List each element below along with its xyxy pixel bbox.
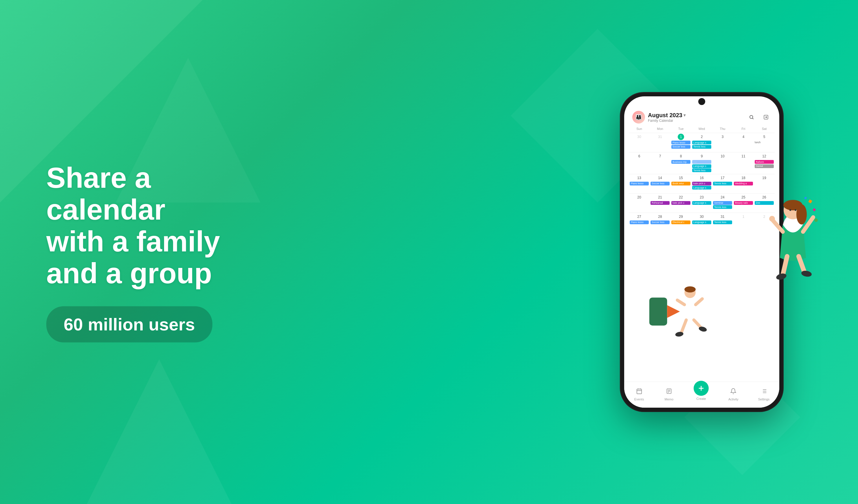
cal-day[interactable]: 30 bbox=[629, 133, 650, 151]
svg-point-34 bbox=[814, 218, 818, 222]
nav-item-events[interactable]: Events bbox=[634, 386, 645, 401]
character-runner bbox=[647, 277, 711, 341]
avatar: 👨‍👩‍👧 bbox=[632, 111, 645, 124]
cal-day[interactable]: 29 Electrical c bbox=[670, 213, 691, 231]
svg-point-0 bbox=[750, 115, 753, 119]
calendar-week-5: 27 Piano lesso 28 Soccer less 29 Electri… bbox=[629, 213, 775, 231]
day-header-sun: Sun bbox=[629, 126, 650, 132]
settings-icon bbox=[759, 386, 769, 396]
day-headers: Sun Mon Tue Wed Thu Fri Sat bbox=[629, 126, 775, 132]
cal-day[interactable]: 21 Rehearsal bbox=[650, 193, 670, 212]
day-header-wed: Wed bbox=[691, 126, 712, 132]
cal-day[interactable]: 1 Piano lesso Soccer less bbox=[670, 133, 691, 151]
share-icon[interactable] bbox=[761, 112, 771, 123]
phone-screen: 👨‍👩‍👧 August 2023 Family Calendar bbox=[624, 96, 779, 408]
nav-label-activity: Activity bbox=[728, 397, 738, 401]
cal-day[interactable]: 31 Tennis less bbox=[712, 213, 733, 231]
cal-day[interactable]: 12 Reform Dental bbox=[754, 152, 775, 173]
cal-day[interactable]: 4 bbox=[733, 133, 754, 151]
day-header-tue: Tue bbox=[670, 126, 691, 132]
header-title-group: August 2023 Family Calendar bbox=[648, 112, 685, 123]
cal-day[interactable]: 2 Language s Tennis less bbox=[691, 133, 712, 151]
users-count: 60 million users bbox=[64, 315, 195, 334]
nav-label-settings: Settings bbox=[758, 397, 770, 401]
nav-label-memo: Memo bbox=[665, 397, 674, 401]
cal-day[interactable]: 11 bbox=[733, 152, 754, 173]
svg-rect-36 bbox=[649, 297, 667, 325]
nav-item-activity[interactable]: Activity bbox=[728, 386, 738, 401]
svg-marker-37 bbox=[667, 305, 680, 318]
svg-point-23 bbox=[790, 209, 791, 211]
bottom-nav: Events Memo Create bbox=[624, 381, 779, 408]
cal-day[interactable]: 5 lunch bbox=[754, 133, 775, 151]
day-header-thu: Thu bbox=[712, 126, 733, 132]
cal-day[interactable]: 1 bbox=[733, 213, 754, 231]
day-header-mon: Mon bbox=[650, 126, 670, 132]
left-content: Share a calendar with a family and a gro… bbox=[46, 162, 249, 343]
month-title[interactable]: August 2023 bbox=[648, 112, 685, 119]
cal-day[interactable]: 27 Piano lesso bbox=[629, 213, 650, 231]
cal-day[interactable]: 3 bbox=[712, 133, 733, 151]
calendar-grid: Sun Mon Tue Wed Thu Fri Sat 30 31 bbox=[624, 126, 779, 231]
cal-day[interactable]: 25 Beauty salo bbox=[733, 193, 754, 212]
cal-day[interactable]: 16 kate pick u Language s bbox=[691, 174, 712, 193]
character-right bbox=[757, 182, 829, 298]
cal-day[interactable]: 17 Tennis less bbox=[712, 174, 733, 193]
nav-label-create: Create bbox=[697, 397, 706, 401]
cal-day[interactable]: 24 Seminar Tennis less bbox=[712, 193, 733, 212]
cal-day[interactable]: 31 bbox=[650, 133, 670, 151]
calendar-subtitle: Family Calendar bbox=[648, 119, 685, 123]
memo-icon bbox=[664, 386, 674, 396]
calendar-week-1: 30 31 1 Piano lesso Soccer less 2 Langua… bbox=[629, 133, 775, 151]
cal-day[interactable]: 6 bbox=[629, 152, 650, 173]
svg-point-22 bbox=[796, 204, 807, 225]
svg-line-26 bbox=[799, 256, 805, 272]
cal-day[interactable]: 15 Book retur bbox=[670, 174, 691, 193]
cal-day[interactable]: 13 Piano lesso bbox=[629, 174, 650, 193]
cal-day[interactable]: 18 Wedding a bbox=[733, 174, 754, 193]
nav-label-events: Events bbox=[634, 397, 644, 401]
nav-item-memo[interactable]: Memo bbox=[664, 386, 674, 401]
bell-icon bbox=[728, 386, 738, 396]
svg-line-29 bbox=[773, 220, 783, 232]
calendar-week-2: 6 7 8 Business trip 9 ····· Language s T… bbox=[629, 152, 775, 173]
svg-line-44 bbox=[678, 300, 685, 305]
cal-day[interactable]: 9 ····· Language s Tennis less bbox=[691, 152, 712, 173]
phone-notch bbox=[698, 98, 705, 105]
svg-point-31 bbox=[769, 216, 775, 222]
calendar-icon bbox=[634, 386, 645, 396]
svg-rect-35 bbox=[804, 197, 807, 199]
svg-rect-32 bbox=[808, 199, 812, 204]
svg-rect-33 bbox=[813, 208, 816, 211]
cal-day[interactable]: 20 bbox=[629, 193, 650, 212]
cal-day[interactable]: 22 kate pick u bbox=[670, 193, 691, 212]
main-headline: Share a calendar with a family and a gro… bbox=[46, 162, 249, 289]
cal-day[interactable]: 28 Soccer less bbox=[650, 213, 670, 231]
svg-line-1 bbox=[752, 118, 753, 119]
day-header-sat: Sat bbox=[754, 126, 775, 132]
svg-point-24 bbox=[795, 209, 796, 211]
cal-day[interactable]: 23 Language s bbox=[691, 193, 712, 212]
cal-day[interactable]: 7 bbox=[650, 152, 670, 173]
nav-item-create[interactable]: Create bbox=[694, 387, 709, 401]
svg-rect-3 bbox=[637, 389, 641, 394]
header-icons bbox=[746, 112, 771, 123]
cal-day[interactable]: 8 Business trip bbox=[670, 152, 691, 173]
cal-day[interactable]: 30 Language s bbox=[691, 213, 712, 231]
header-left: 👨‍👩‍👧 August 2023 Family Calendar bbox=[632, 111, 685, 124]
nav-item-settings[interactable]: Settings bbox=[758, 386, 770, 401]
svg-point-39 bbox=[684, 287, 696, 293]
svg-line-40 bbox=[681, 320, 686, 333]
cal-day[interactable]: 10 bbox=[712, 152, 733, 173]
plus-icon bbox=[694, 381, 709, 396]
search-icon[interactable] bbox=[746, 112, 757, 123]
users-badge: 60 million users bbox=[46, 306, 212, 343]
cal-day[interactable]: 14 Soccer less bbox=[650, 174, 670, 193]
calendar-week-3: 13 Piano lesso 14 Soccer less 15 Book re… bbox=[629, 174, 775, 193]
calendar-week-4: 20 21 Rehearsal 22 kate pick u 23 Langua… bbox=[629, 193, 775, 212]
day-header-fri: Fri bbox=[733, 126, 754, 132]
svg-line-25 bbox=[783, 256, 787, 275]
